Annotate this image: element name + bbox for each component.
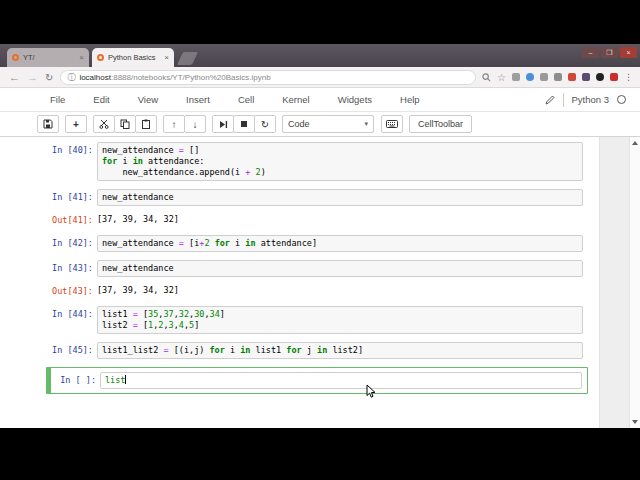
scroll-down-icon[interactable] xyxy=(632,420,638,424)
maximize-button[interactable]: ❐ xyxy=(601,47,618,58)
screen: YT/ × Python Basics × – ❐ × ← → ↻ ⓘ loca… xyxy=(0,0,640,480)
output-text: [37, 39, 34, 32] xyxy=(97,212,179,225)
browser-tab-yt[interactable]: YT/ × xyxy=(7,48,89,67)
add-cell-button[interactable]: + xyxy=(65,115,87,133)
text-cursor xyxy=(125,375,126,384)
notebook-area: In [40]:new_attendance = []for i in atte… xyxy=(0,137,599,428)
browser-menu-icon[interactable]: ⋮ xyxy=(624,72,634,82)
menu-file[interactable]: File xyxy=(36,94,79,105)
code-input[interactable]: list xyxy=(100,372,582,389)
code-line: for i in attendance: xyxy=(102,156,578,167)
output-prompt: Out[41]: xyxy=(0,212,97,225)
output-text: [37, 39, 34, 32] xyxy=(97,283,179,296)
zoom-icon[interactable] xyxy=(482,68,491,86)
code-input[interactable]: new_attendance xyxy=(97,260,583,277)
url-input[interactable]: ⓘ localhost:8888/notebooks/YT/Python%20B… xyxy=(60,70,476,85)
move-cell-up-button[interactable]: ↑ xyxy=(163,115,185,133)
code-line: new_attendance xyxy=(102,192,578,203)
code-input[interactable]: new_attendance = []for i in attendance: … xyxy=(97,142,583,181)
cut-cell-button[interactable] xyxy=(93,115,115,133)
back-icon[interactable]: ← xyxy=(9,71,20,83)
extension-icon[interactable] xyxy=(526,73,534,81)
move-cell-down-button[interactable]: ↓ xyxy=(184,115,206,133)
code-cell[interactable]: In [42]:new_attendance = [i+2 for i in a… xyxy=(0,235,599,252)
save-button[interactable] xyxy=(37,115,59,133)
extension-icon[interactable] xyxy=(582,73,590,81)
code-input[interactable]: new_attendance = [i+2 for i in attendanc… xyxy=(97,235,583,252)
extension-icon[interactable] xyxy=(540,73,548,81)
paste-cell-button[interactable] xyxy=(135,115,157,133)
code-cell-active[interactable]: In [ ]:list xyxy=(46,367,588,394)
cell-toolbar-button[interactable]: CellToolbar xyxy=(409,115,472,133)
divider xyxy=(563,93,564,107)
code-cell[interactable]: In [45]:list1_list2 = [(i,j) for i in li… xyxy=(0,342,599,359)
minimize-button[interactable]: – xyxy=(582,47,599,58)
kernel-status-icon xyxy=(617,95,626,104)
menu-view[interactable]: View xyxy=(124,94,172,105)
code-cell[interactable]: In [41]:new_attendance xyxy=(0,189,599,206)
menu-edit[interactable]: Edit xyxy=(79,94,123,105)
new-tab-button[interactable] xyxy=(177,52,198,65)
input-prompt: In [45]: xyxy=(0,342,97,359)
extension-icon[interactable] xyxy=(554,73,562,81)
menu-kernel[interactable]: Kernel xyxy=(268,94,323,105)
chevron-down-icon: ▾ xyxy=(364,120,368,128)
close-button[interactable]: × xyxy=(620,47,637,58)
browser-tab-bar: YT/ × Python Basics × – ❐ × xyxy=(0,44,640,67)
scroll-up-icon[interactable] xyxy=(632,141,638,145)
jupyter-favicon-icon xyxy=(97,54,104,61)
run-cell-button[interactable] xyxy=(212,115,234,133)
menu-cell[interactable]: Cell xyxy=(224,94,268,105)
forward-icon[interactable]: → xyxy=(27,71,38,83)
scrollbar[interactable] xyxy=(629,137,640,428)
address-bar: ← → ↻ ⓘ localhost:8888/notebooks/YT/Pyth… xyxy=(0,67,640,88)
jupyter-toolbar: + ↑ ↓ ↻ Code ▾ xyxy=(0,112,640,137)
kernel-name: Python 3 xyxy=(572,94,610,105)
code-cell[interactable]: In [44]:list1 = [35,37,32,30,34]list2 = … xyxy=(0,306,599,334)
code-input[interactable]: list1 = [35,37,32,30,34]list2 = [1,2,3,4… xyxy=(97,306,583,334)
tab-close-icon[interactable]: × xyxy=(164,53,169,62)
bookmark-star-icon[interactable]: ☆ xyxy=(497,72,506,83)
menu-help[interactable]: Help xyxy=(386,94,434,105)
menu-widgets[interactable]: Widgets xyxy=(324,94,386,105)
code-cell[interactable]: In [43]:new_attendance xyxy=(0,260,599,277)
page-info-icon[interactable]: ⓘ xyxy=(67,72,75,83)
menu-insert[interactable]: Insert xyxy=(172,94,224,105)
url-path: :8888/notebooks/YT/Python%20Basics.ipynb xyxy=(111,73,271,82)
code-line: new_attendance = [i+2 for i in attendanc… xyxy=(102,238,578,249)
code-input[interactable]: new_attendance xyxy=(97,189,583,206)
mouse-cursor xyxy=(366,384,377,403)
tab-close-icon[interactable]: × xyxy=(79,53,84,62)
url-host: localhost xyxy=(79,73,111,82)
tab-title: Python Basics xyxy=(108,53,161,62)
input-prompt: In [41]: xyxy=(0,189,97,206)
input-prompt: In [42]: xyxy=(0,235,97,252)
browser-tab-python-basics[interactable]: Python Basics × xyxy=(92,48,174,67)
cell-list: In [40]:new_attendance = []for i in atte… xyxy=(0,137,599,394)
cell-type-select[interactable]: Code ▾ xyxy=(282,115,374,133)
code-line: list2 = [1,2,3,4,5] xyxy=(102,320,578,331)
window-controls: – ❐ × xyxy=(582,47,637,58)
jupyter-menu-bar: File Edit View Insert Cell Kernel Widget… xyxy=(0,88,640,112)
command-palette-button[interactable] xyxy=(381,115,403,133)
input-prompt: In [ ]: xyxy=(51,372,100,389)
copy-cell-button[interactable] xyxy=(114,115,136,133)
output-cell: Out[41]:[37, 39, 34, 32] xyxy=(0,212,599,225)
code-line: list1_list2 = [(i,j) for i in list1 for … xyxy=(102,345,578,356)
extension-icon[interactable] xyxy=(568,73,576,81)
code-input[interactable]: list1_list2 = [(i,j) for i in list1 for … xyxy=(97,342,583,359)
code-line: list xyxy=(105,375,577,386)
page-gutter xyxy=(599,137,629,428)
extension-icon[interactable] xyxy=(596,73,604,81)
input-prompt: In [40]: xyxy=(0,142,97,181)
input-prompt: In [43]: xyxy=(0,260,97,277)
restart-kernel-button[interactable]: ↻ xyxy=(254,115,276,133)
code-line: list1 = [35,37,32,30,34] xyxy=(102,309,578,320)
reload-icon[interactable]: ↻ xyxy=(45,72,53,83)
letterbox-bottom xyxy=(0,428,640,480)
interrupt-kernel-button[interactable] xyxy=(233,115,255,133)
code-cell[interactable]: In [40]:new_attendance = []for i in atte… xyxy=(0,142,599,181)
extension-icon[interactable] xyxy=(512,73,520,81)
cell-type-value: Code xyxy=(288,119,310,129)
extension-icon[interactable] xyxy=(610,73,618,81)
